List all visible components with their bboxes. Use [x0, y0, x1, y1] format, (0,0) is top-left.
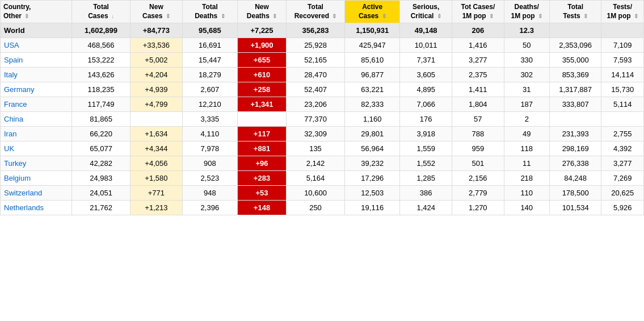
active-cases: 39,232 [345, 156, 400, 171]
total-deaths: 7,978 [182, 141, 237, 156]
active-cases: 17,296 [345, 171, 400, 186]
deaths-per-m: 50 [504, 38, 549, 53]
active-cases: 19,116 [345, 201, 400, 215]
total-deaths: 908 [182, 156, 237, 171]
header-serious-critical[interactable]: Serious,Critical ⇕ [400, 1, 452, 23]
cases-per-m: 1,411 [452, 82, 504, 97]
new-cases [131, 112, 183, 127]
header-tests-per-m[interactable]: Tests/1M pop ⇕ [601, 1, 644, 23]
active-cases: 12,503 [345, 186, 400, 201]
total-deaths: 2,607 [182, 82, 237, 97]
header-total-deaths[interactable]: TotalDeaths ⇕ [182, 1, 237, 23]
new-cases: +1,213 [131, 201, 183, 215]
new-deaths: +117 [238, 127, 287, 141]
header-new-cases[interactable]: NewCases ⇕ [131, 1, 183, 23]
total-tests: 333,807 [549, 97, 601, 112]
country-name[interactable]: Netherlands [1, 201, 72, 215]
table-row: Turkey 42,282 +4,056 908 +96 2,142 39,23… [1, 156, 644, 171]
new-deaths: +96 [238, 156, 287, 171]
total-recovered: 10,600 [286, 186, 344, 201]
new-deaths [238, 112, 287, 127]
active-cases: 1,160 [345, 112, 400, 127]
header-row: Country,Other ⇕ TotalCases ↓ NewCases ⇕ … [1, 1, 644, 23]
world-country-name: World [1, 23, 72, 38]
new-deaths: +53 [238, 186, 287, 201]
header-total-cases[interactable]: TotalCases ↓ [72, 1, 131, 23]
table-row: Italy 143,626 +4,204 18,279 +610 28,470 … [1, 68, 644, 82]
world-total-deaths: 95,685 [182, 23, 237, 38]
deaths-per-m: 140 [504, 201, 549, 215]
deaths-per-m: 330 [504, 53, 549, 68]
total-tests [549, 112, 601, 127]
world-tests-per-m [601, 23, 644, 38]
country-name[interactable]: USA [1, 38, 72, 53]
world-cases-per-m: 206 [452, 23, 504, 38]
table-row: Belgium 24,983 +1,580 2,523 +283 5,164 1… [1, 171, 644, 186]
total-recovered: 32,309 [286, 127, 344, 141]
total-tests: 276,338 [549, 156, 601, 171]
country-name[interactable]: Turkey [1, 156, 72, 171]
tests-per-m: 20,625 [601, 186, 644, 201]
cases-per-m: 1,270 [452, 201, 504, 215]
serious-critical: 3,918 [400, 127, 452, 141]
header-active-cases[interactable]: ActiveCases ⇕ [345, 1, 400, 23]
new-cases: +1,580 [131, 171, 183, 186]
active-cases: 96,877 [345, 68, 400, 82]
serious-critical: 1,285 [400, 171, 452, 186]
total-tests: 1,317,887 [549, 82, 601, 97]
header-country[interactable]: Country,Other ⇕ [1, 1, 72, 23]
table-row: China 81,865 3,335 77,370 1,160 176 57 2 [1, 112, 644, 127]
country-name[interactable]: Belgium [1, 171, 72, 186]
tests-per-m: 14,114 [601, 68, 644, 82]
total-recovered: 28,470 [286, 68, 344, 82]
cases-per-m: 3,277 [452, 53, 504, 68]
table-row: UK 65,077 +4,344 7,978 +881 135 56,964 1… [1, 141, 644, 156]
header-cases-per-m[interactable]: Tot Cases/1M pop ⇕ [452, 1, 504, 23]
cases-per-m: 788 [452, 127, 504, 141]
country-name[interactable]: Switzerland [1, 186, 72, 201]
total-recovered: 25,928 [286, 38, 344, 53]
world-deaths-per-m: 12.3 [504, 23, 549, 38]
new-cases: +4,204 [131, 68, 183, 82]
total-recovered: 23,206 [286, 97, 344, 112]
table-row: Spain 153,222 +5,002 15,447 +655 52,165 … [1, 53, 644, 68]
world-serious: 49,148 [400, 23, 452, 38]
table-row: France 117,749 +4,799 12,210 +1,341 23,2… [1, 97, 644, 112]
deaths-per-m: 118 [504, 141, 549, 156]
new-deaths: +655 [238, 53, 287, 68]
country-name[interactable]: Spain [1, 53, 72, 68]
serious-critical: 1,559 [400, 141, 452, 156]
header-new-deaths[interactable]: NewDeaths ⇕ [238, 1, 287, 23]
new-deaths: +881 [238, 141, 287, 156]
table-row: Switzerland 24,051 +771 948 +53 10,600 1… [1, 186, 644, 201]
country-name[interactable]: Germany [1, 82, 72, 97]
serious-critical: 7,066 [400, 97, 452, 112]
total-cases: 21,762 [72, 201, 131, 215]
header-deaths-per-m[interactable]: Deaths/1M pop ⇕ [504, 1, 549, 23]
new-deaths: +1,341 [238, 97, 287, 112]
deaths-per-m: 31 [504, 82, 549, 97]
country-name[interactable]: France [1, 97, 72, 112]
new-deaths: +148 [238, 201, 287, 215]
total-cases: 65,077 [72, 141, 131, 156]
total-cases: 81,865 [72, 112, 131, 127]
country-name[interactable]: Italy [1, 68, 72, 82]
country-name[interactable]: Iran [1, 127, 72, 141]
table-row: Germany 118,235 +4,939 2,607 +258 52,407… [1, 82, 644, 97]
total-tests: 2,353,096 [549, 38, 601, 53]
tests-per-m [601, 112, 644, 127]
world-new-deaths: +7,225 [238, 23, 287, 38]
world-total-cases: 1,602,899 [72, 23, 131, 38]
total-deaths: 15,447 [182, 53, 237, 68]
header-total-recovered[interactable]: TotalRecovered ⇕ [286, 1, 344, 23]
header-total-tests[interactable]: TotalTests ⇕ [549, 1, 601, 23]
total-tests: 298,169 [549, 141, 601, 156]
new-deaths: +1,900 [238, 38, 287, 53]
deaths-per-m: 49 [504, 127, 549, 141]
deaths-per-m: 218 [504, 171, 549, 186]
country-name[interactable]: China [1, 112, 72, 127]
country-name[interactable]: UK [1, 141, 72, 156]
cases-per-m: 1,416 [452, 38, 504, 53]
total-tests: 101,534 [549, 201, 601, 215]
cases-per-m: 959 [452, 141, 504, 156]
